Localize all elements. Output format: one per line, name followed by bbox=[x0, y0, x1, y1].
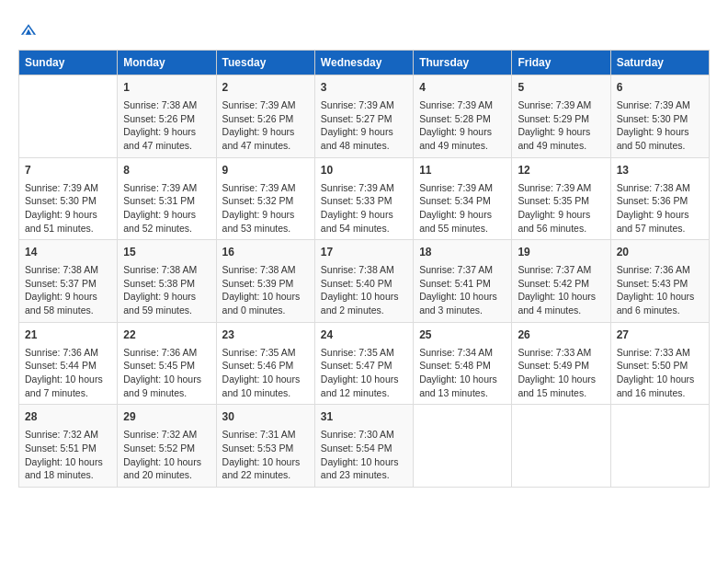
day-detail: Sunrise: 7:39 AMSunset: 5:34 PMDaylight:… bbox=[419, 181, 506, 236]
day-number: 7 bbox=[25, 163, 111, 178]
day-number: 16 bbox=[222, 245, 309, 260]
calendar-cell bbox=[512, 405, 610, 488]
day-number: 6 bbox=[617, 80, 703, 96]
calendar-cell: 27Sunrise: 7:33 AMSunset: 5:50 PMDayligh… bbox=[610, 322, 709, 405]
calendar-cell: 30Sunrise: 7:31 AMSunset: 5:53 PMDayligh… bbox=[216, 405, 314, 488]
calendar-cell bbox=[414, 405, 512, 488]
day-number: 25 bbox=[419, 327, 506, 343]
logo bbox=[18, 18, 37, 40]
day-detail: Sunrise: 7:37 AMSunset: 5:41 PMDaylight:… bbox=[419, 263, 506, 317]
day-number: 28 bbox=[25, 409, 111, 425]
weekday-header: Friday bbox=[512, 51, 610, 75]
day-detail: Sunrise: 7:34 AMSunset: 5:48 PMDaylight:… bbox=[419, 346, 506, 400]
calendar-cell: 5Sunrise: 7:39 AMSunset: 5:29 PMDaylight… bbox=[512, 75, 610, 158]
day-detail: Sunrise: 7:33 AMSunset: 5:49 PMDaylight:… bbox=[518, 346, 604, 400]
day-number: 18 bbox=[419, 245, 506, 260]
day-detail: Sunrise: 7:39 AMSunset: 5:27 PMDaylight:… bbox=[321, 98, 407, 153]
calendar-cell: 14Sunrise: 7:38 AMSunset: 5:37 PMDayligh… bbox=[19, 240, 118, 323]
calendar-week-row: 14Sunrise: 7:38 AMSunset: 5:37 PMDayligh… bbox=[19, 240, 710, 323]
header-row: SundayMondayTuesdayWednesdayThursdayFrid… bbox=[19, 51, 710, 75]
calendar-cell bbox=[610, 405, 709, 488]
day-number: 24 bbox=[321, 327, 407, 343]
day-number: 22 bbox=[123, 327, 210, 343]
day-number: 4 bbox=[419, 80, 506, 96]
day-detail: Sunrise: 7:31 AMSunset: 5:53 PMDaylight:… bbox=[222, 428, 309, 482]
day-number: 21 bbox=[25, 327, 111, 343]
weekday-header: Wednesday bbox=[314, 51, 413, 75]
calendar-cell: 19Sunrise: 7:37 AMSunset: 5:42 PMDayligh… bbox=[512, 240, 610, 323]
day-detail: Sunrise: 7:39 AMSunset: 5:35 PMDaylight:… bbox=[518, 181, 604, 236]
calendar-cell: 17Sunrise: 7:38 AMSunset: 5:40 PMDayligh… bbox=[314, 240, 413, 323]
day-detail: Sunrise: 7:39 AMSunset: 5:30 PMDaylight:… bbox=[617, 98, 703, 153]
day-number: 19 bbox=[518, 245, 604, 260]
day-detail: Sunrise: 7:36 AMSunset: 5:43 PMDaylight:… bbox=[617, 263, 703, 317]
day-number: 17 bbox=[321, 245, 407, 260]
day-detail: Sunrise: 7:32 AMSunset: 5:52 PMDaylight:… bbox=[123, 428, 210, 482]
calendar-week-row: 1Sunrise: 7:38 AMSunset: 5:26 PMDaylight… bbox=[19, 75, 710, 158]
calendar-cell: 7Sunrise: 7:39 AMSunset: 5:30 PMDaylight… bbox=[19, 157, 118, 240]
weekday-header: Thursday bbox=[414, 51, 512, 75]
calendar-cell: 22Sunrise: 7:36 AMSunset: 5:45 PMDayligh… bbox=[118, 322, 216, 405]
logo-icon bbox=[20, 21, 37, 38]
calendar-cell: 24Sunrise: 7:35 AMSunset: 5:47 PMDayligh… bbox=[314, 322, 413, 405]
day-number: 1 bbox=[123, 80, 210, 96]
calendar-cell: 11Sunrise: 7:39 AMSunset: 5:34 PMDayligh… bbox=[414, 157, 512, 240]
calendar-cell: 13Sunrise: 7:38 AMSunset: 5:36 PMDayligh… bbox=[610, 157, 709, 240]
day-number: 27 bbox=[617, 327, 703, 343]
calendar-cell: 16Sunrise: 7:38 AMSunset: 5:39 PMDayligh… bbox=[216, 240, 314, 323]
day-number: 14 bbox=[25, 245, 111, 260]
calendar-cell: 18Sunrise: 7:37 AMSunset: 5:41 PMDayligh… bbox=[414, 240, 512, 323]
calendar-week-row: 21Sunrise: 7:36 AMSunset: 5:44 PMDayligh… bbox=[19, 322, 710, 405]
day-detail: Sunrise: 7:35 AMSunset: 5:47 PMDaylight:… bbox=[321, 346, 407, 400]
calendar-cell: 6Sunrise: 7:39 AMSunset: 5:30 PMDaylight… bbox=[610, 75, 709, 158]
day-detail: Sunrise: 7:38 AMSunset: 5:26 PMDaylight:… bbox=[123, 98, 210, 153]
weekday-header: Monday bbox=[118, 51, 216, 75]
weekday-header: Sunday bbox=[19, 51, 118, 75]
day-detail: Sunrise: 7:39 AMSunset: 5:30 PMDaylight:… bbox=[25, 181, 111, 236]
calendar-cell: 9Sunrise: 7:39 AMSunset: 5:32 PMDaylight… bbox=[216, 157, 314, 240]
day-detail: Sunrise: 7:39 AMSunset: 5:31 PMDaylight:… bbox=[123, 181, 210, 236]
day-detail: Sunrise: 7:39 AMSunset: 5:28 PMDaylight:… bbox=[419, 98, 506, 153]
day-number: 23 bbox=[222, 327, 309, 343]
day-detail: Sunrise: 7:38 AMSunset: 5:37 PMDaylight:… bbox=[25, 263, 111, 317]
calendar-cell: 29Sunrise: 7:32 AMSunset: 5:52 PMDayligh… bbox=[118, 405, 216, 488]
day-detail: Sunrise: 7:30 AMSunset: 5:54 PMDaylight:… bbox=[321, 428, 407, 482]
calendar-cell: 28Sunrise: 7:32 AMSunset: 5:51 PMDayligh… bbox=[19, 405, 118, 488]
calendar-cell: 1Sunrise: 7:38 AMSunset: 5:26 PMDaylight… bbox=[118, 75, 216, 158]
day-number: 12 bbox=[518, 163, 604, 178]
calendar-week-row: 7Sunrise: 7:39 AMSunset: 5:30 PMDaylight… bbox=[19, 157, 710, 240]
day-detail: Sunrise: 7:39 AMSunset: 5:29 PMDaylight:… bbox=[518, 98, 604, 153]
day-number: 3 bbox=[321, 80, 407, 96]
page-header bbox=[18, 18, 710, 40]
calendar-cell bbox=[19, 75, 118, 158]
day-detail: Sunrise: 7:35 AMSunset: 5:46 PMDaylight:… bbox=[222, 346, 309, 400]
day-number: 15 bbox=[123, 245, 210, 260]
calendar-cell: 15Sunrise: 7:38 AMSunset: 5:38 PMDayligh… bbox=[118, 240, 216, 323]
day-detail: Sunrise: 7:32 AMSunset: 5:51 PMDaylight:… bbox=[25, 428, 111, 482]
day-number: 9 bbox=[222, 163, 309, 178]
day-number: 11 bbox=[419, 163, 506, 178]
day-detail: Sunrise: 7:38 AMSunset: 5:36 PMDaylight:… bbox=[617, 181, 703, 236]
calendar-cell: 4Sunrise: 7:39 AMSunset: 5:28 PMDaylight… bbox=[414, 75, 512, 158]
day-number: 8 bbox=[123, 163, 210, 178]
calendar-week-row: 28Sunrise: 7:32 AMSunset: 5:51 PMDayligh… bbox=[19, 405, 710, 488]
day-number: 10 bbox=[321, 163, 407, 178]
calendar-cell: 23Sunrise: 7:35 AMSunset: 5:46 PMDayligh… bbox=[216, 322, 314, 405]
day-number: 26 bbox=[518, 327, 604, 343]
calendar-cell: 20Sunrise: 7:36 AMSunset: 5:43 PMDayligh… bbox=[610, 240, 709, 323]
day-detail: Sunrise: 7:38 AMSunset: 5:40 PMDaylight:… bbox=[321, 263, 407, 317]
day-number: 30 bbox=[222, 409, 309, 425]
calendar-cell: 25Sunrise: 7:34 AMSunset: 5:48 PMDayligh… bbox=[414, 322, 512, 405]
day-detail: Sunrise: 7:39 AMSunset: 5:26 PMDaylight:… bbox=[222, 98, 309, 153]
day-detail: Sunrise: 7:36 AMSunset: 5:44 PMDaylight:… bbox=[25, 346, 111, 400]
calendar-table: SundayMondayTuesdayWednesdayThursdayFrid… bbox=[18, 50, 710, 488]
day-detail: Sunrise: 7:38 AMSunset: 5:39 PMDaylight:… bbox=[222, 263, 309, 317]
day-detail: Sunrise: 7:39 AMSunset: 5:33 PMDaylight:… bbox=[321, 181, 407, 236]
calendar-cell: 26Sunrise: 7:33 AMSunset: 5:49 PMDayligh… bbox=[512, 322, 610, 405]
day-detail: Sunrise: 7:39 AMSunset: 5:32 PMDaylight:… bbox=[222, 181, 309, 236]
calendar-cell: 8Sunrise: 7:39 AMSunset: 5:31 PMDaylight… bbox=[118, 157, 216, 240]
calendar-cell: 2Sunrise: 7:39 AMSunset: 5:26 PMDaylight… bbox=[216, 75, 314, 158]
day-number: 31 bbox=[321, 409, 407, 425]
day-detail: Sunrise: 7:36 AMSunset: 5:45 PMDaylight:… bbox=[123, 346, 210, 400]
day-number: 13 bbox=[617, 163, 703, 178]
